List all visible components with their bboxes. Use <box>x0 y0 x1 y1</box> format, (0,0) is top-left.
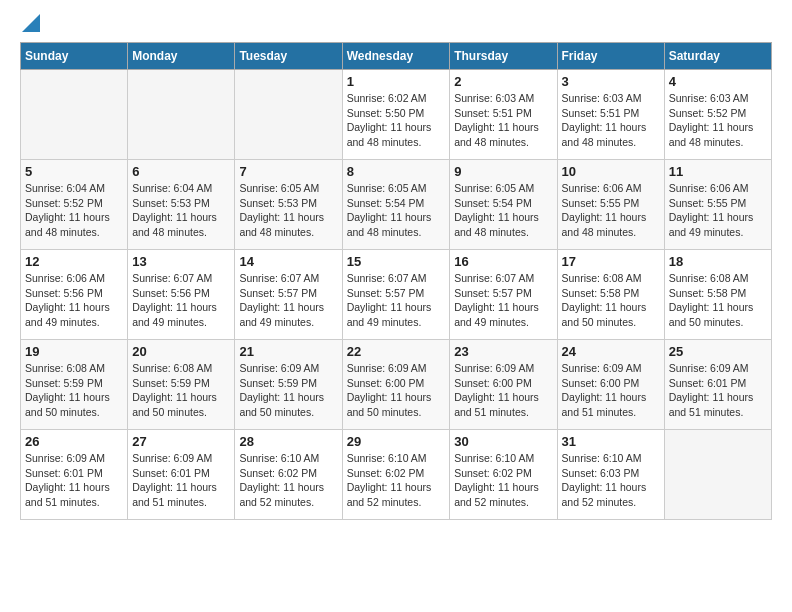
calendar-cell: 18Sunrise: 6:08 AM Sunset: 5:58 PM Dayli… <box>664 250 771 340</box>
calendar: SundayMondayTuesdayWednesdayThursdayFrid… <box>20 42 772 520</box>
day-header-sunday: Sunday <box>21 43 128 70</box>
calendar-cell <box>128 70 235 160</box>
calendar-cell: 21Sunrise: 6:09 AM Sunset: 5:59 PM Dayli… <box>235 340 342 430</box>
day-info: Sunrise: 6:10 AM Sunset: 6:02 PM Dayligh… <box>454 451 552 510</box>
calendar-cell: 12Sunrise: 6:06 AM Sunset: 5:56 PM Dayli… <box>21 250 128 340</box>
day-number: 26 <box>25 434 123 449</box>
day-header-monday: Monday <box>128 43 235 70</box>
calendar-cell: 10Sunrise: 6:06 AM Sunset: 5:55 PM Dayli… <box>557 160 664 250</box>
day-number: 4 <box>669 74 767 89</box>
day-header-saturday: Saturday <box>664 43 771 70</box>
day-number: 22 <box>347 344 446 359</box>
day-number: 13 <box>132 254 230 269</box>
day-info: Sunrise: 6:03 AM Sunset: 5:51 PM Dayligh… <box>454 91 552 150</box>
calendar-cell: 5Sunrise: 6:04 AM Sunset: 5:52 PM Daylig… <box>21 160 128 250</box>
calendar-cell: 31Sunrise: 6:10 AM Sunset: 6:03 PM Dayli… <box>557 430 664 520</box>
calendar-cell: 4Sunrise: 6:03 AM Sunset: 5:52 PM Daylig… <box>664 70 771 160</box>
day-info: Sunrise: 6:05 AM Sunset: 5:54 PM Dayligh… <box>454 181 552 240</box>
day-header-tuesday: Tuesday <box>235 43 342 70</box>
svg-marker-0 <box>22 14 40 32</box>
day-info: Sunrise: 6:10 AM Sunset: 6:02 PM Dayligh… <box>239 451 337 510</box>
calendar-cell: 17Sunrise: 6:08 AM Sunset: 5:58 PM Dayli… <box>557 250 664 340</box>
calendar-cell <box>664 430 771 520</box>
calendar-week-row: 1Sunrise: 6:02 AM Sunset: 5:50 PM Daylig… <box>21 70 772 160</box>
day-number: 15 <box>347 254 446 269</box>
calendar-week-row: 26Sunrise: 6:09 AM Sunset: 6:01 PM Dayli… <box>21 430 772 520</box>
day-number: 27 <box>132 434 230 449</box>
day-number: 3 <box>562 74 660 89</box>
day-number: 29 <box>347 434 446 449</box>
calendar-cell: 2Sunrise: 6:03 AM Sunset: 5:51 PM Daylig… <box>450 70 557 160</box>
day-info: Sunrise: 6:08 AM Sunset: 5:59 PM Dayligh… <box>25 361 123 420</box>
logo-arrow-icon <box>22 14 40 32</box>
day-number: 19 <box>25 344 123 359</box>
day-info: Sunrise: 6:05 AM Sunset: 5:53 PM Dayligh… <box>239 181 337 240</box>
day-number: 16 <box>454 254 552 269</box>
calendar-cell: 15Sunrise: 6:07 AM Sunset: 5:57 PM Dayli… <box>342 250 450 340</box>
day-number: 20 <box>132 344 230 359</box>
day-info: Sunrise: 6:10 AM Sunset: 6:03 PM Dayligh… <box>562 451 660 510</box>
day-info: Sunrise: 6:06 AM Sunset: 5:55 PM Dayligh… <box>562 181 660 240</box>
calendar-cell <box>235 70 342 160</box>
calendar-cell: 14Sunrise: 6:07 AM Sunset: 5:57 PM Dayli… <box>235 250 342 340</box>
day-info: Sunrise: 6:09 AM Sunset: 6:01 PM Dayligh… <box>25 451 123 510</box>
calendar-cell: 6Sunrise: 6:04 AM Sunset: 5:53 PM Daylig… <box>128 160 235 250</box>
day-number: 31 <box>562 434 660 449</box>
calendar-cell: 27Sunrise: 6:09 AM Sunset: 6:01 PM Dayli… <box>128 430 235 520</box>
day-info: Sunrise: 6:07 AM Sunset: 5:57 PM Dayligh… <box>454 271 552 330</box>
day-info: Sunrise: 6:07 AM Sunset: 5:57 PM Dayligh… <box>239 271 337 330</box>
calendar-cell: 19Sunrise: 6:08 AM Sunset: 5:59 PM Dayli… <box>21 340 128 430</box>
day-number: 17 <box>562 254 660 269</box>
day-info: Sunrise: 6:04 AM Sunset: 5:53 PM Dayligh… <box>132 181 230 240</box>
calendar-cell: 26Sunrise: 6:09 AM Sunset: 6:01 PM Dayli… <box>21 430 128 520</box>
calendar-cell: 11Sunrise: 6:06 AM Sunset: 5:55 PM Dayli… <box>664 160 771 250</box>
day-info: Sunrise: 6:08 AM Sunset: 5:58 PM Dayligh… <box>669 271 767 330</box>
day-number: 12 <box>25 254 123 269</box>
day-number: 1 <box>347 74 446 89</box>
day-number: 24 <box>562 344 660 359</box>
day-number: 18 <box>669 254 767 269</box>
day-number: 5 <box>25 164 123 179</box>
day-header-wednesday: Wednesday <box>342 43 450 70</box>
day-info: Sunrise: 6:09 AM Sunset: 5:59 PM Dayligh… <box>239 361 337 420</box>
day-number: 25 <box>669 344 767 359</box>
day-info: Sunrise: 6:07 AM Sunset: 5:57 PM Dayligh… <box>347 271 446 330</box>
calendar-cell: 28Sunrise: 6:10 AM Sunset: 6:02 PM Dayli… <box>235 430 342 520</box>
calendar-cell: 23Sunrise: 6:09 AM Sunset: 6:00 PM Dayli… <box>450 340 557 430</box>
day-number: 30 <box>454 434 552 449</box>
calendar-cell: 7Sunrise: 6:05 AM Sunset: 5:53 PM Daylig… <box>235 160 342 250</box>
day-number: 8 <box>347 164 446 179</box>
calendar-cell: 20Sunrise: 6:08 AM Sunset: 5:59 PM Dayli… <box>128 340 235 430</box>
calendar-week-row: 5Sunrise: 6:04 AM Sunset: 5:52 PM Daylig… <box>21 160 772 250</box>
day-number: 2 <box>454 74 552 89</box>
logo <box>20 20 40 32</box>
day-number: 23 <box>454 344 552 359</box>
calendar-cell: 30Sunrise: 6:10 AM Sunset: 6:02 PM Dayli… <box>450 430 557 520</box>
calendar-cell <box>21 70 128 160</box>
day-header-thursday: Thursday <box>450 43 557 70</box>
day-info: Sunrise: 6:07 AM Sunset: 5:56 PM Dayligh… <box>132 271 230 330</box>
calendar-cell: 13Sunrise: 6:07 AM Sunset: 5:56 PM Dayli… <box>128 250 235 340</box>
day-info: Sunrise: 6:06 AM Sunset: 5:56 PM Dayligh… <box>25 271 123 330</box>
calendar-week-row: 19Sunrise: 6:08 AM Sunset: 5:59 PM Dayli… <box>21 340 772 430</box>
day-number: 28 <box>239 434 337 449</box>
day-number: 7 <box>239 164 337 179</box>
day-info: Sunrise: 6:02 AM Sunset: 5:50 PM Dayligh… <box>347 91 446 150</box>
calendar-cell: 24Sunrise: 6:09 AM Sunset: 6:00 PM Dayli… <box>557 340 664 430</box>
day-info: Sunrise: 6:08 AM Sunset: 5:59 PM Dayligh… <box>132 361 230 420</box>
calendar-cell: 8Sunrise: 6:05 AM Sunset: 5:54 PM Daylig… <box>342 160 450 250</box>
day-number: 11 <box>669 164 767 179</box>
day-info: Sunrise: 6:03 AM Sunset: 5:52 PM Dayligh… <box>669 91 767 150</box>
day-number: 9 <box>454 164 552 179</box>
day-info: Sunrise: 6:03 AM Sunset: 5:51 PM Dayligh… <box>562 91 660 150</box>
calendar-cell: 1Sunrise: 6:02 AM Sunset: 5:50 PM Daylig… <box>342 70 450 160</box>
day-info: Sunrise: 6:10 AM Sunset: 6:02 PM Dayligh… <box>347 451 446 510</box>
day-number: 10 <box>562 164 660 179</box>
day-info: Sunrise: 6:09 AM Sunset: 6:01 PM Dayligh… <box>132 451 230 510</box>
calendar-cell: 9Sunrise: 6:05 AM Sunset: 5:54 PM Daylig… <box>450 160 557 250</box>
calendar-cell: 29Sunrise: 6:10 AM Sunset: 6:02 PM Dayli… <box>342 430 450 520</box>
calendar-cell: 25Sunrise: 6:09 AM Sunset: 6:01 PM Dayli… <box>664 340 771 430</box>
day-number: 21 <box>239 344 337 359</box>
day-info: Sunrise: 6:09 AM Sunset: 6:01 PM Dayligh… <box>669 361 767 420</box>
day-info: Sunrise: 6:08 AM Sunset: 5:58 PM Dayligh… <box>562 271 660 330</box>
